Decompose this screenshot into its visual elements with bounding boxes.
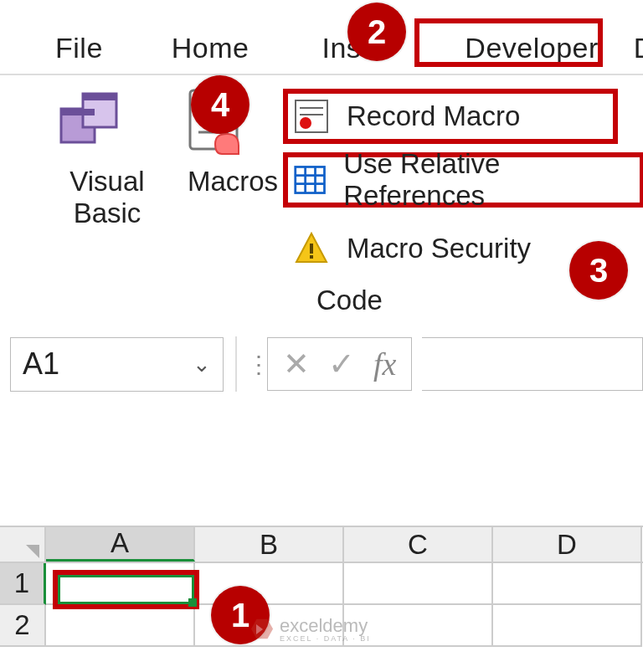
annotation-badge-2: 2 <box>347 3 406 61</box>
table-row: 1 <box>0 563 643 605</box>
macros-label: Macros <box>178 166 287 197</box>
ribbon-group-label: Code <box>316 285 383 316</box>
tab-file[interactable]: File <box>42 28 116 68</box>
annotation-badge-3: 3 <box>569 241 628 300</box>
macro-security-label: Macro Security <box>347 233 531 264</box>
enter-formula-button[interactable]: ✓ <box>328 346 355 382</box>
column-header-c[interactable]: C <box>344 527 493 562</box>
tab-truncated[interactable]: D <box>620 28 643 68</box>
use-relative-references-label: Use Relative References <box>343 148 623 212</box>
use-relative-references-button[interactable]: Use Relative References <box>283 152 643 208</box>
cell-d1[interactable] <box>493 563 642 605</box>
select-all-button[interactable] <box>0 527 46 562</box>
column-header-d[interactable]: D <box>493 527 642 562</box>
tab-home[interactable]: Home <box>158 28 263 68</box>
watermark-brand: exceldemy <box>280 615 368 636</box>
svg-point-12 <box>300 117 311 129</box>
more-icon[interactable]: ⋮ <box>247 351 259 378</box>
svg-rect-2 <box>83 94 116 100</box>
ribbon-tabs: File Home Ins Developer D <box>0 25 643 71</box>
column-headers: A B C D <box>0 526 643 563</box>
watermark: exceldemy EXCEL · DATA · BI <box>251 615 371 643</box>
formula-bar[interactable] <box>422 337 643 391</box>
warning-icon <box>293 230 330 267</box>
svg-rect-19 <box>310 255 313 259</box>
cell-a2[interactable] <box>46 605 195 647</box>
svg-rect-18 <box>310 244 313 254</box>
insert-function-button[interactable]: fx <box>373 346 396 382</box>
formula-bar-row: A1 ⌄ ⋮ ✕ ✓ fx <box>10 335 643 393</box>
watermark-logo-icon <box>251 618 273 640</box>
cell-a1[interactable] <box>46 563 195 605</box>
watermark-sub: EXCEL · DATA · BI <box>280 634 371 643</box>
annotation-badge-4: 4 <box>191 75 249 134</box>
cell-c1[interactable] <box>344 563 493 605</box>
column-header-a[interactable]: A <box>46 527 195 562</box>
visual-basic-icon <box>53 84 128 159</box>
formula-controls: ✕ ✓ fx <box>267 337 412 391</box>
name-box[interactable]: A1 ⌄ <box>10 337 224 392</box>
visual-basic-label: Visual Basic <box>53 166 162 229</box>
tab-developer[interactable]: Developer <box>451 28 611 68</box>
svg-rect-9 <box>296 100 327 132</box>
name-box-value: A1 <box>23 346 59 382</box>
record-macro-button[interactable]: Record Macro <box>283 89 618 144</box>
row-header-1[interactable]: 1 <box>0 563 46 605</box>
svg-rect-13 <box>296 167 325 192</box>
separator <box>235 336 237 392</box>
visual-basic-button[interactable]: Visual Basic <box>53 84 162 229</box>
chevron-down-icon[interactable]: ⌄ <box>193 351 211 377</box>
row-header-2[interactable]: 2 <box>0 605 46 647</box>
svg-rect-3 <box>61 109 95 115</box>
record-macro-icon <box>293 98 330 135</box>
column-header-b[interactable]: B <box>195 527 344 562</box>
grid-icon <box>293 162 327 198</box>
cancel-formula-button[interactable]: ✕ <box>283 346 310 382</box>
record-macro-label: Record Macro <box>347 100 520 132</box>
ribbon-developer: Visual Basic Macros Record <box>0 74 643 312</box>
cell-d2[interactable] <box>493 605 642 647</box>
